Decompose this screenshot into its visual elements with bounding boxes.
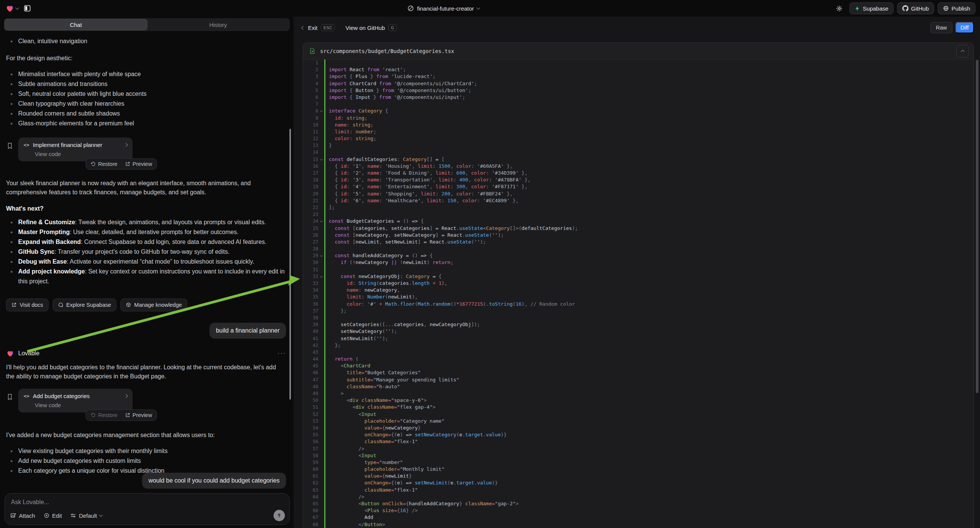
code-line: 1 <box>303 59 974 66</box>
fold-gutter <box>318 266 324 273</box>
line-number: 64 <box>303 493 318 500</box>
project-selector[interactable]: financial-future-creator <box>407 0 480 17</box>
restore-button[interactable]: Restore <box>91 412 118 418</box>
code-line: 59 type="number" <box>303 459 974 466</box>
manage-knowledge-button[interactable]: Manage knowledge <box>121 299 187 311</box>
list-item: Clean typography with clear hierarchies <box>6 99 286 109</box>
code-line: 67 Add <box>303 514 974 521</box>
message-menu-button[interactable]: ··· <box>278 350 286 357</box>
bookmark-icon[interactable] <box>6 142 14 149</box>
restore-button[interactable]: Restore <box>91 161 118 167</box>
edit-button[interactable]: Edit <box>44 512 62 519</box>
file-path-bar[interactable]: src/components/budget/BudgetCategories.t… <box>303 43 974 59</box>
line-number: 63 <box>303 487 318 493</box>
tab-history[interactable]: History <box>147 19 290 30</box>
view-code-link[interactable]: View code <box>35 402 127 408</box>
github-button[interactable]: GitHub <box>897 2 934 14</box>
visit-docs-button[interactable]: Visit docs <box>6 299 48 311</box>
fold-gutter <box>318 294 324 301</box>
line-number: 17 <box>303 170 318 177</box>
github-label: GitHub <box>911 5 929 12</box>
fold-chevron-icon[interactable] <box>318 252 324 259</box>
bookmark-icon[interactable] <box>6 393 14 401</box>
preview-button[interactable]: Preview <box>125 412 152 418</box>
fold-gutter <box>318 377 324 383</box>
restore-icon <box>91 412 96 418</box>
fold-gutter <box>318 183 324 190</box>
chat-scrollbar[interactable] <box>290 129 291 399</box>
chevron-down-icon <box>477 6 480 10</box>
list-item: Add new budget categories with custom li… <box>6 456 286 466</box>
code-editor-content[interactable]: 12import React from 'react';3import { Pl… <box>303 59 974 528</box>
preview-button[interactable]: Preview <box>125 161 152 167</box>
code-line: 30 if (!newCategory || !newLimit) return… <box>303 259 974 266</box>
code-line: 50 <div className="space-y-6"> <box>303 397 974 404</box>
code-viewer-header: Exit ESC View on GitHub G Raw Diff <box>294 17 980 39</box>
fold-chevron-icon[interactable] <box>318 156 324 163</box>
fold-gutter <box>318 369 324 376</box>
code-line: 56 className="flex-1" <box>303 438 974 445</box>
fold-gutter <box>318 73 324 80</box>
code-line: 45 <ChartCard <box>303 363 974 369</box>
preview-label: Preview <box>133 161 152 167</box>
tool-card-add-budget-categories[interactable]: <> Add budget categories View code <box>18 389 133 412</box>
fold-gutter <box>318 308 324 314</box>
code-line: 44 return ( <box>303 356 974 363</box>
preview-label: Preview <box>133 412 152 418</box>
fold-gutter <box>318 301 324 308</box>
mode-selector[interactable]: Default <box>70 512 102 519</box>
fold-gutter <box>318 135 324 142</box>
tool-card-implement-financial-planner[interactable]: <> Implement financial planner View code <box>18 137 133 161</box>
publish-button[interactable]: Publish <box>937 2 975 14</box>
collapse-file-button[interactable] <box>956 45 969 57</box>
code-line: 33 id: String(categories.length + 1), <box>303 280 974 287</box>
toggle-sidebar-button[interactable] <box>21 2 34 15</box>
settings-button[interactable] <box>833 2 846 15</box>
composer-input[interactable]: Ask Lovable... <box>11 499 284 506</box>
code-line: 14 <box>303 149 974 156</box>
project-name: financial-future-creator <box>417 5 474 12</box>
list-item: GitHub Sync: Transfer your project's cod… <box>6 247 286 257</box>
fold-chevron-icon[interactable] <box>318 218 324 224</box>
line-number: 62 <box>303 480 318 486</box>
code-line: 55 onChange={(e) => setNewCategory(e.tar… <box>303 431 974 438</box>
fold-gutter <box>318 404 324 410</box>
code-line: 39 setCategories([...categories, newCate… <box>303 321 974 328</box>
list-item: Subtle animations and transitions <box>6 79 286 89</box>
fold-gutter <box>318 239 324 245</box>
chat-composer[interactable]: Ask Lovable... Attach Edit <box>5 493 290 525</box>
supabase-button[interactable]: Supabase <box>849 2 894 14</box>
tool-card-title: Add budget categories <box>33 393 121 399</box>
line-number: 11 <box>303 129 318 135</box>
exit-button[interactable]: Exit ESC <box>302 24 335 31</box>
arrow-up-icon <box>277 513 282 518</box>
fold-gutter <box>318 425 324 431</box>
line-number: 5 <box>303 87 318 94</box>
chat-bubble-icon <box>58 302 63 308</box>
raw-toggle-button[interactable]: Raw <box>931 22 952 33</box>
code-line: 64 /> <box>303 493 974 500</box>
fold-chevron-icon[interactable] <box>318 273 324 280</box>
line-number: 43 <box>303 349 318 356</box>
attach-button[interactable]: Attach <box>10 512 35 519</box>
line-number: 4 <box>303 80 318 87</box>
chat-message-list[interactable]: Clean, intuitive navigation For the desi… <box>0 33 294 491</box>
code-line: 28 <box>303 245 974 252</box>
view-code-link[interactable]: View code <box>35 151 127 157</box>
package-icon <box>126 302 131 308</box>
fold-chevron-icon[interactable] <box>318 108 324 115</box>
diff-toggle-button[interactable]: Diff <box>955 22 974 33</box>
fold-gutter <box>318 204 324 211</box>
code-scrollbar[interactable] <box>976 60 978 393</box>
code-line: 57 /> <box>303 445 974 452</box>
view-on-github-button[interactable]: View on GitHub G <box>345 24 397 31</box>
send-button[interactable] <box>274 510 285 521</box>
explore-supabase-button[interactable]: Explore Supabase <box>52 299 117 311</box>
code-line: 17 { id: '2', name: 'Food & Dining', lim… <box>303 170 974 177</box>
fold-gutter <box>318 280 324 287</box>
line-number: 10 <box>303 122 318 129</box>
lovable-logo-heart-icon[interactable] <box>5 4 19 13</box>
tab-chat[interactable]: Chat <box>5 19 147 30</box>
heart-icon <box>5 4 14 13</box>
line-number: 33 <box>303 280 318 287</box>
